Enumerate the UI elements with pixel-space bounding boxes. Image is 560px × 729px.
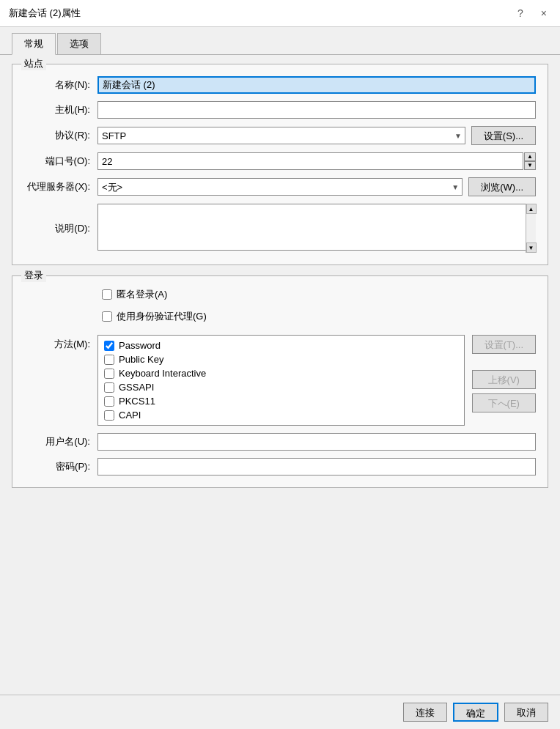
site-section-title: 站点 xyxy=(21,57,46,70)
method-capi-label: CAPI xyxy=(119,410,141,421)
name-label: 名称(N): xyxy=(24,78,97,92)
agent-checkbox[interactable] xyxy=(102,311,112,322)
method-pkcs11: PKCS11 xyxy=(104,396,458,407)
login-section-title: 登录 xyxy=(21,269,46,282)
protocol-label: 协议(R): xyxy=(24,129,97,142)
method-pkcs11-label: PKCS11 xyxy=(119,396,155,407)
agent-row: 使用身份验证代理(G) xyxy=(102,310,536,328)
name-row: 名称(N): xyxy=(24,76,536,94)
close-button[interactable]: × xyxy=(537,6,551,21)
ok-button[interactable]: 确定 xyxy=(453,703,498,722)
method-capi-checkbox[interactable] xyxy=(104,410,114,421)
proxy-select[interactable]: <无> xyxy=(97,178,463,196)
port-spin-up[interactable]: ▲ xyxy=(524,152,536,161)
description-row: 说明(D): ▲ ▼ xyxy=(24,204,536,253)
tab-general[interactable]: 常规 xyxy=(12,33,56,55)
site-section: 站点 名称(N): 主机(H): 协议(R): xyxy=(12,64,548,265)
method-label: 方法(M): xyxy=(24,338,97,351)
username-label: 用户名(U): xyxy=(24,435,97,448)
method-publickey: Public Key xyxy=(104,354,458,365)
port-spin-down[interactable]: ▼ xyxy=(524,161,536,170)
host-row: 主机(H): xyxy=(24,101,536,119)
method-gssapi: GSSAPI xyxy=(104,382,458,393)
host-label: 主机(H): xyxy=(24,103,97,116)
port-label: 端口号(O): xyxy=(24,155,97,168)
tab-options[interactable]: 选项 xyxy=(57,33,101,54)
password-row: 密码(P): xyxy=(24,458,536,475)
password-input[interactable] xyxy=(97,458,536,475)
proxy-browse-button[interactable]: 浏览(W)... xyxy=(468,177,536,196)
scrollbar-down[interactable]: ▼ xyxy=(526,243,537,253)
dialog-title: 新建会话 (2)属性 xyxy=(9,7,81,20)
proxy-label: 代理服务器(X): xyxy=(24,180,97,193)
method-pkcs11-checkbox[interactable] xyxy=(104,396,114,407)
bottom-bar: 连接 确定 取消 xyxy=(0,695,560,729)
protocol-select[interactable]: SFTP FTP SCP xyxy=(97,127,465,144)
port-input[interactable] xyxy=(97,152,523,170)
help-button[interactable]: ? xyxy=(513,6,528,21)
protocol-row: 协议(R): SFTP FTP SCP ▼ 设置(S)... xyxy=(24,126,536,145)
port-row: 端口号(O): ▲ ▼ xyxy=(24,152,536,170)
protocol-settings-button[interactable]: 设置(S)... xyxy=(471,126,536,145)
move-up-button[interactable]: 上移(V) xyxy=(472,370,536,389)
login-section: 登录 匿名登录(A) 使用身份验证代理(G) 方法(M): xyxy=(12,275,548,488)
method-password-label: Password xyxy=(119,340,161,351)
password-label: 密码(P): xyxy=(24,460,97,473)
method-keyboard-checkbox[interactable] xyxy=(104,369,114,379)
move-down-button[interactable]: 下へ(E) xyxy=(472,393,536,412)
scrollbar-up[interactable]: ▲ xyxy=(526,204,537,214)
proxy-row: 代理服务器(X): <无> ▼ 浏览(W)... xyxy=(24,177,536,196)
method-settings-button[interactable]: 设置(T)... xyxy=(472,335,536,354)
username-row: 用户名(U): xyxy=(24,433,536,451)
method-gssapi-checkbox[interactable] xyxy=(104,382,114,393)
description-label: 说明(D): xyxy=(24,222,97,235)
method-password: Password xyxy=(104,340,458,351)
method-publickey-checkbox[interactable] xyxy=(104,355,114,365)
description-input[interactable] xyxy=(97,204,536,251)
cancel-button[interactable]: 取消 xyxy=(504,703,548,722)
agent-label: 使用身份验证代理(G) xyxy=(117,310,207,323)
method-keyboard: Keyboard Interactive xyxy=(104,368,458,379)
host-input[interactable] xyxy=(97,101,536,119)
anonymous-checkbox[interactable] xyxy=(102,289,112,300)
method-gssapi-label: GSSAPI xyxy=(119,382,154,393)
description-scrollbar: ▲ ▼ xyxy=(526,204,536,253)
anonymous-row: 匿名登录(A) xyxy=(102,288,536,306)
anonymous-label: 匿名登录(A) xyxy=(117,288,167,301)
method-row: 方法(M): Password Public Key xyxy=(24,335,536,426)
username-input[interactable] xyxy=(97,433,536,451)
method-publickey-label: Public Key xyxy=(119,354,163,365)
method-password-checkbox[interactable] xyxy=(104,341,114,351)
method-capi: CAPI xyxy=(104,410,458,421)
name-input[interactable] xyxy=(97,76,536,94)
methods-list: Password Public Key Keyboard Interactive xyxy=(97,335,465,426)
method-keyboard-label: Keyboard Interactive xyxy=(119,368,206,379)
connect-button[interactable]: 连接 xyxy=(403,703,447,722)
